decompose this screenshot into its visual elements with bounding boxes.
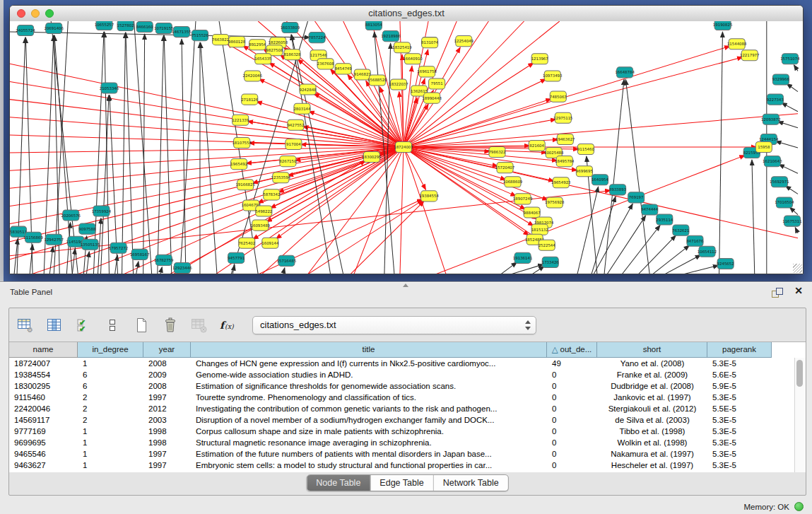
- graph-node[interactable]: 8933893: [609, 185, 626, 195]
- graph-node[interactable]: 16782759: [154, 255, 174, 265]
- graph-node[interactable]: 20691406: [44, 23, 64, 34]
- graph-node[interactable]: 7986322: [488, 146, 505, 157]
- graph-node[interactable]: 19384554: [419, 191, 439, 201]
- graph-node[interactable]: 2367608: [317, 59, 335, 69]
- graph-node[interactable]: 17957272: [109, 243, 129, 253]
- graph-node[interactable]: 1527802: [117, 21, 134, 31]
- column-header-in_degree[interactable]: in_degree: [78, 342, 143, 358]
- graph-node[interactable]: 7515526: [192, 30, 209, 41]
- table-row[interactable]: 911546021997Tourette syndrome. Phenomeno…: [9, 392, 795, 403]
- graph-node[interactable]: 9884067: [524, 207, 541, 218]
- graph-node[interactable]: 15958: [755, 141, 772, 152]
- graph-node[interactable]: 12217977: [740, 50, 760, 61]
- graph-node[interactable]: 7857224: [309, 33, 326, 43]
- graph-node[interactable]: 7485063: [550, 91, 567, 102]
- graph-node[interactable]: 24055724: [16, 25, 35, 36]
- column-header-short[interactable]: short: [597, 342, 707, 358]
- graph-node[interactable]: 10655257: [95, 21, 114, 30]
- column-header-pagerank[interactable]: pagerank: [707, 342, 772, 358]
- graph-node[interactable]: 1640954: [592, 175, 609, 185]
- graph-node[interactable]: 12942757: [44, 234, 64, 245]
- graph-node[interactable]: 19166825: [235, 180, 255, 190]
- graph-node[interactable]: 18322037: [389, 79, 408, 90]
- graph-node[interactable]: 5878342: [263, 189, 280, 200]
- graph-node[interactable]: 15688520: [367, 75, 387, 86]
- network-canvas[interactable]: 2405572420691406106552571527802846616010…: [10, 21, 803, 274]
- graph-node[interactable]: 1213967: [531, 54, 548, 64]
- memory-status-button[interactable]: Memory: OK: [743, 502, 804, 511]
- show-columns-icon[interactable]: [45, 316, 64, 334]
- graph-node[interactable]: 7663822: [212, 35, 229, 45]
- graph-node[interactable]: 9242848: [299, 84, 317, 95]
- graph-node[interactable]: 10973493: [543, 71, 563, 81]
- tab-node-table[interactable]: Node Table: [307, 475, 370, 491]
- function-builder-icon[interactable]: f(x): [219, 316, 237, 334]
- graph-node[interactable]: 20206576: [61, 210, 81, 221]
- graph-node[interactable]: 14671355: [172, 27, 192, 37]
- graph-node[interactable]: 1815132: [531, 224, 548, 235]
- graph-node[interactable]: 18325419: [392, 42, 412, 53]
- graph-node[interactable]: 16033809: [281, 23, 300, 33]
- graph-node[interactable]: 821604: [529, 140, 545, 151]
- graph-node[interactable]: 15692971: [770, 177, 789, 187]
- table-row[interactable]: 1830029562008Estimation of significance …: [9, 380, 795, 392]
- graph-node[interactable]: 9474444: [641, 204, 659, 215]
- graph-node[interactable]: 10688609: [503, 177, 523, 187]
- graph-node[interactable]: 16640910: [403, 54, 423, 64]
- graph-node[interactable]: 15716485: [277, 255, 297, 266]
- graph-node[interactable]: 8454749: [335, 64, 353, 74]
- table-options-icon[interactable]: ⚙: [16, 316, 35, 334]
- window-resize-handle[interactable]: [793, 264, 802, 273]
- graph-node[interactable]: 11544088: [727, 39, 747, 49]
- graph-node[interactable]: 21053346: [100, 83, 119, 93]
- graph-node[interactable]: 1654335: [254, 54, 271, 64]
- table-row[interactable]: 1938455462009Genome-wide association stu…: [9, 369, 795, 380]
- graph-node[interactable]: 9699695: [576, 166, 593, 177]
- graph-node[interactable]: 2803144: [293, 103, 311, 114]
- column-header-out_de[interactable]: △out_de...: [547, 342, 597, 358]
- graph-node[interactable]: 8131074: [421, 37, 439, 48]
- graph-node[interactable]: 1221339: [232, 115, 249, 125]
- graph-node[interactable]: 9245652: [717, 258, 734, 269]
- graph-node[interactable]: 18907249: [513, 194, 533, 204]
- graph-node[interactable]: 9860128: [228, 37, 246, 47]
- graph-node[interactable]: 9427552: [287, 119, 304, 130]
- graph-node[interactable]: 18990448: [422, 93, 442, 103]
- table-row[interactable]: 946362711997Embryonic stem cells: a mode…: [9, 460, 795, 471]
- graph-node[interactable]: 10654112: [698, 246, 717, 257]
- graph-node[interactable]: 19190825: [713, 21, 733, 30]
- graph-node[interactable]: 18495784: [555, 156, 575, 167]
- graph-node[interactable]: 917004: [286, 139, 302, 149]
- graph-node[interactable]: 19654923: [551, 177, 571, 188]
- column-header-year[interactable]: year: [143, 342, 191, 358]
- graph-node[interactable]: 1609144: [261, 238, 279, 248]
- graph-node[interactable]: 15720407: [495, 163, 515, 173]
- graph-node[interactable]: 18724007: [394, 141, 413, 152]
- graph-node[interactable]: 769197: [628, 192, 645, 203]
- table-row[interactable]: 2242004622012Investigating the contribut…: [9, 403, 795, 414]
- citation-graph[interactable]: 2405572420691406106552571527802846616010…: [10, 21, 803, 274]
- delete-table-icon[interactable]: [161, 316, 180, 334]
- graph-node[interactable]: 1965492: [230, 159, 247, 170]
- graph-node[interactable]: 12093872: [761, 114, 781, 124]
- graph-node[interactable]: 16093489: [251, 220, 271, 230]
- network-window-titlebar[interactable]: citations_edges.txt: [10, 6, 803, 22]
- graph-node[interactable]: 12353594: [271, 173, 291, 183]
- select-mode-icon[interactable]: ✔✔: [74, 316, 93, 334]
- graph-node[interactable]: 11156869: [23, 232, 43, 243]
- graph-node[interactable]: 8813054: [365, 21, 383, 30]
- graph-node[interactable]: 9115460: [577, 144, 595, 154]
- graph-node[interactable]: 16210643: [763, 156, 782, 167]
- graph-node[interactable]: 16961758: [417, 66, 437, 77]
- graph-node[interactable]: 7632621: [672, 225, 689, 235]
- graph-node[interactable]: 8267150: [279, 156, 297, 167]
- graph-node[interactable]: 10719155: [154, 23, 174, 34]
- graph-node[interactable]: 9227343: [767, 94, 784, 105]
- table-scrollbar[interactable]: [794, 358, 806, 472]
- float-panel-icon[interactable]: [772, 288, 782, 297]
- graph-node[interactable]: 17016504: [775, 197, 794, 208]
- graph-node[interactable]: 16958167: [130, 249, 150, 259]
- table-row[interactable]: 1872400712008Changes of HCN gene express…: [9, 358, 795, 369]
- graph-node[interactable]: 11675311: [782, 216, 802, 226]
- graph-node[interactable]: 16648784: [615, 67, 635, 78]
